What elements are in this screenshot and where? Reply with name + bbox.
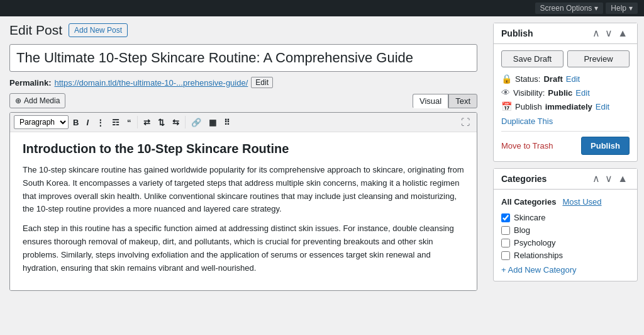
publish-box-toggle[interactable]: ▲ [616, 28, 630, 38]
page-title: Edit Post [9, 23, 62, 38]
category-checkbox-psychology[interactable] [501, 239, 510, 247]
preview-button[interactable]: Preview [567, 50, 630, 67]
categories-collapse-down[interactable]: ∨ [603, 174, 614, 184]
add-media-icon: ⊕ [15, 96, 21, 105]
publish-box-controls: ∧ ∨ ▲ [591, 28, 630, 38]
editor-paragraph-2: Each step in this routine has a specific… [23, 222, 464, 275]
post-title-input[interactable] [9, 44, 477, 72]
publish-time-row: 📅 Publish immediately Edit [501, 101, 630, 111]
screen-options-button[interactable]: Screen Options ▾ [535, 3, 604, 14]
categories-box-header: Categories ∧ ∨ ▲ [494, 169, 637, 190]
expand-editor-button[interactable]: ⛶ [458, 116, 473, 128]
list-item: Blog [501, 225, 630, 235]
add-new-category-link[interactable]: + Add New Category [501, 265, 630, 275]
categories-tabs: All Categories Most Used [501, 196, 630, 208]
screen-options-arrow: ▾ [594, 4, 598, 13]
category-label-skincare: Skincare [514, 213, 546, 222]
editor-container: Paragraph Heading 1 Heading 2 B I ⋮ ☶ “ … [9, 112, 477, 291]
categories-box-controls: ∧ ∨ ▲ [591, 174, 630, 184]
editor-heading: Introduction to the 10-Step Skincare Rou… [23, 142, 464, 156]
visibility-icon: 👁 [501, 88, 510, 98]
visibility-value: Public [548, 88, 572, 98]
status-value: Draft [543, 74, 562, 84]
editor-body[interactable]: Introduction to the 10-Step Skincare Rou… [10, 132, 477, 290]
status-edit-link[interactable]: Edit [566, 74, 580, 84]
link-button[interactable]: 🔗 [188, 116, 204, 129]
add-media-label: Add Media [24, 96, 60, 105]
visibility-edit-link[interactable]: Edit [575, 88, 589, 98]
publish-time-edit-link[interactable]: Edit [596, 102, 609, 111]
categories-collapse-up[interactable]: ∧ [591, 174, 602, 184]
visual-tab[interactable]: Visual [413, 94, 448, 108]
categories-toggle[interactable]: ▲ [616, 174, 630, 184]
list-item: Relationships [501, 251, 630, 260]
permalink-label: Permalink: [9, 78, 51, 88]
categories-list: Skincare Blog Psychology Relationships [501, 213, 630, 260]
italic-button[interactable]: I [83, 116, 92, 129]
most-used-tab[interactable]: Most Used [562, 196, 601, 208]
move-to-trash-link[interactable]: Move to Trash [501, 141, 553, 150]
table-button[interactable]: ▦ [206, 116, 219, 129]
visibility-label: Visibility: [513, 88, 545, 98]
publish-box-collapse-down[interactable]: ∨ [603, 28, 614, 38]
page-header: Edit Post Add New Post [9, 23, 477, 38]
help-label: Help [611, 4, 626, 13]
blockquote-button[interactable]: “ [124, 116, 135, 129]
screen-options-label: Screen Options [540, 4, 592, 13]
more-toolbar-button[interactable]: ⠿ [221, 116, 233, 129]
publish-box-header: Publish ∧ ∨ ▲ [494, 23, 637, 44]
list-item: Skincare [501, 213, 630, 222]
category-checkbox-relationships[interactable] [501, 251, 510, 260]
publish-box-body: Save Draft Preview 🔒 Status: Draft Edit … [494, 44, 637, 161]
editor-paragraph-1: The 10-step skincare routine has gained … [23, 164, 464, 216]
all-categories-tab[interactable]: All Categories [501, 196, 556, 208]
permalink-link[interactable]: https://domain.tld/the-ultimate-10-...pr… [54, 78, 248, 88]
top-bar: Screen Options ▾ Help ▾ [0, 0, 644, 16]
category-checkbox-blog[interactable] [501, 226, 510, 235]
visibility-row: 👁 Visibility: Public Edit [501, 88, 630, 98]
category-label-blog: Blog [514, 225, 530, 235]
category-label-psychology: Psychology [514, 238, 555, 247]
publish-box-collapse-up[interactable]: ∧ [591, 28, 602, 38]
bold-button[interactable]: B [70, 116, 82, 129]
publish-box-title: Publish [501, 28, 591, 38]
status-label: Status: [515, 74, 540, 84]
publish-meta-box: Publish ∧ ∨ ▲ Save Draft Preview 🔒 Statu… [493, 23, 638, 162]
publish-time-value: immediately [545, 102, 592, 111]
help-arrow: ▾ [629, 4, 633, 13]
add-media-button[interactable]: ⊕ Add Media [9, 93, 65, 108]
add-new-post-button[interactable]: Add New Post [69, 23, 128, 37]
main-content: Edit Post Add New Post Permalink: https:… [0, 16, 487, 335]
editor-format-bar: Paragraph Heading 1 Heading 2 B I ⋮ ☶ “ … [10, 113, 477, 132]
visual-text-tabs: Visual Text [413, 94, 477, 108]
help-button[interactable]: Help ▾ [606, 3, 638, 14]
save-draft-button[interactable]: Save Draft [501, 50, 564, 67]
text-tab[interactable]: Text [448, 94, 477, 108]
permalink-row: Permalink: https://domain.tld/the-ultima… [9, 77, 477, 88]
align-left-button[interactable]: ⇄ [140, 116, 153, 129]
permalink-edit-button[interactable]: Edit [251, 77, 273, 88]
paragraph-format-select[interactable]: Paragraph Heading 1 Heading 2 [14, 115, 69, 129]
category-checkbox-skincare[interactable] [501, 213, 510, 222]
category-label-relationships: Relationships [514, 251, 563, 260]
publish-footer: Move to Trash Publish [501, 131, 630, 155]
align-right-button[interactable]: ⇆ [169, 116, 182, 129]
publish-button[interactable]: Publish [581, 137, 630, 155]
publish-time-label: Publish [515, 102, 542, 111]
editor-toolbar-top: ⊕ Add Media Visual Text [9, 93, 477, 108]
unordered-list-button[interactable]: ⋮ [93, 116, 108, 129]
format-separator-2 [185, 116, 186, 128]
duplicate-this-link[interactable]: Duplicate This [501, 116, 630, 126]
sidebar: Publish ∧ ∨ ▲ Save Draft Preview 🔒 Statu… [487, 16, 644, 335]
list-item: Psychology [501, 238, 630, 247]
categories-box-title: Categories [501, 174, 591, 184]
categories-box-body: All Categories Most Used Skincare Blog P… [494, 190, 637, 281]
publish-actions: Save Draft Preview [501, 50, 630, 67]
ordered-list-button[interactable]: ☶ [109, 116, 123, 129]
status-icon: 🔒 [501, 74, 512, 84]
categories-meta-box: Categories ∧ ∨ ▲ All Categories Most Use… [493, 168, 638, 281]
format-separator-1 [137, 116, 138, 128]
admin-wrap: Edit Post Add New Post Permalink: https:… [0, 16, 644, 335]
align-center-button[interactable]: ⇅ [155, 116, 168, 129]
status-row: 🔒 Status: Draft Edit [501, 74, 630, 84]
